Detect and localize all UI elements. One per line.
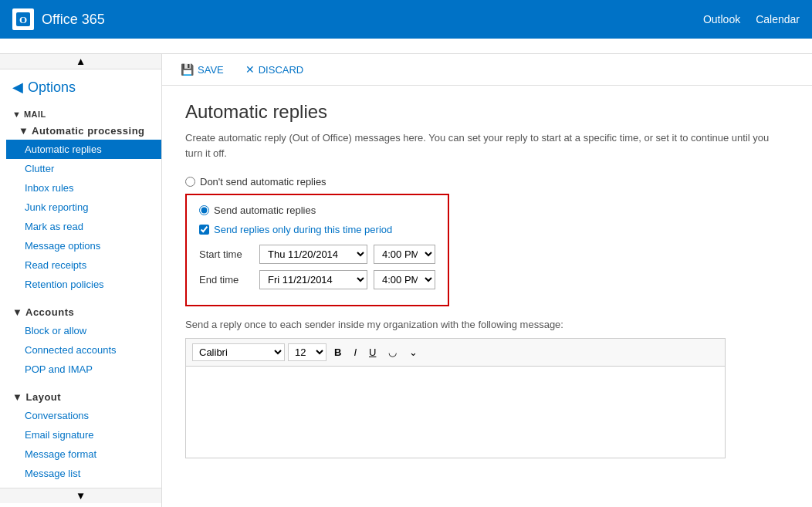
sidebar-item-message-format[interactable]: Message format bbox=[6, 444, 161, 464]
save-button[interactable]: 💾 SAVE bbox=[178, 62, 227, 77]
radio-no-reply-label: Don't send automatic replies bbox=[200, 176, 326, 188]
sidebar-mail-section: ▼ MAIL ▼ Automatic processing Automatic … bbox=[0, 102, 161, 299]
sidebar-item-conversations[interactable]: Conversations bbox=[6, 406, 161, 425]
topbar-nav: Outlook Calendar bbox=[703, 13, 800, 25]
sidebar-item-email-signature[interactable]: Email signature bbox=[6, 425, 161, 444]
checkbox-time-period-label: Send replies only during this time perio… bbox=[214, 224, 392, 235]
checkbox-time-period-input[interactable] bbox=[199, 225, 209, 235]
sidebar-accounts-group[interactable]: ▼ Accounts bbox=[0, 303, 161, 321]
table-button[interactable]: ◡ bbox=[384, 344, 401, 360]
sidebar-item-mark-as-read[interactable]: Mark as read bbox=[6, 217, 161, 236]
content-area: 💾 SAVE ✕ DISCARD Automatic replies Creat… bbox=[162, 54, 812, 507]
sidebar-item-message-list[interactable]: Message list bbox=[6, 464, 161, 483]
main-layout: ▲ ◀ Options ▼ MAIL ▼ Automatic processin… bbox=[0, 54, 812, 507]
italic-button[interactable]: I bbox=[349, 344, 361, 360]
page-content: Automatic replies Create automatic reply… bbox=[162, 86, 812, 474]
svg-text:O: O bbox=[19, 14, 27, 25]
font-size-select[interactable]: 12 bbox=[288, 343, 326, 361]
sidebar-item-junk-reporting[interactable]: Junk reporting bbox=[6, 198, 161, 217]
office-icon: O bbox=[12, 8, 34, 30]
start-time-select[interactable]: 4:00 PM bbox=[374, 245, 435, 264]
editor-toolbar: Calibri 12 B I U ◡ ⌄ bbox=[185, 338, 726, 366]
sidebar-layout-section: ▼ Layout Conversations Email signature M… bbox=[0, 384, 161, 488]
editor-container: Calibri 12 B I U ◡ ⌄ bbox=[185, 338, 726, 458]
sidebar-item-pop-and-imap[interactable]: POP and IMAP bbox=[6, 360, 161, 379]
sidebar-item-inbox-rules[interactable]: Inbox rules bbox=[6, 178, 161, 198]
start-time-row: Start time Thu 11/20/2014 4:00 PM bbox=[199, 245, 435, 264]
save-label: SAVE bbox=[198, 64, 224, 76]
start-time-label: Start time bbox=[199, 248, 253, 260]
discard-button[interactable]: ✕ DISCARD bbox=[242, 62, 307, 77]
app-title: Office 365 bbox=[42, 12, 105, 28]
toolbar: 💾 SAVE ✕ DISCARD bbox=[162, 54, 812, 86]
topbar-logo[interactable]: O Office 365 bbox=[12, 8, 105, 30]
nav-calendar-link[interactable]: Calendar bbox=[756, 13, 800, 25]
auto-reply-box: Send automatic replies Send replies only… bbox=[185, 194, 449, 306]
sidebar-layout-group[interactable]: ▼ Layout bbox=[0, 388, 161, 406]
nav-outlook-link[interactable]: Outlook bbox=[703, 13, 740, 25]
more-button[interactable]: ⌄ bbox=[404, 344, 422, 360]
checkbox-time-period-row[interactable]: Send replies only during this time perio… bbox=[199, 224, 435, 235]
sidebar: ▲ ◀ Options ▼ MAIL ▼ Automatic processin… bbox=[0, 54, 162, 507]
sidebar-item-block-or-allow[interactable]: Block or allow bbox=[6, 321, 161, 340]
sidebar-group-mail: ▼ MAIL bbox=[0, 106, 161, 122]
page-description: Create automatic reply (Out of Office) m… bbox=[185, 130, 789, 161]
end-time-label: End time bbox=[199, 274, 253, 286]
discard-label: DISCARD bbox=[259, 64, 304, 76]
end-time-row: End time Fri 11/21/2014 4:00 PM bbox=[199, 270, 435, 289]
save-icon: 💾 bbox=[181, 63, 194, 76]
sidebar-item-message-options[interactable]: Message options bbox=[6, 236, 161, 255]
radio-send-reply[interactable]: Send automatic replies bbox=[199, 204, 435, 216]
sidebar-layout-items: Conversations Email signature Message fo… bbox=[0, 406, 161, 483]
radio-no-reply-input[interactable] bbox=[185, 177, 195, 187]
underline-button[interactable]: U bbox=[364, 344, 381, 360]
radio-no-reply[interactable]: Don't send automatic replies bbox=[185, 176, 789, 188]
sidebar-scroll-up[interactable]: ▲ bbox=[0, 54, 161, 69]
start-date-select[interactable]: Thu 11/20/2014 bbox=[259, 245, 367, 264]
message-label: Send a reply once to each sender inside … bbox=[185, 319, 789, 330]
bold-button[interactable]: B bbox=[330, 344, 346, 360]
sidebar-item-connected-accounts[interactable]: Connected accounts bbox=[6, 340, 161, 360]
sidebar-mail-items: ▼ Automatic processing Automatic replies… bbox=[0, 122, 161, 294]
sidebar-accounts-section: ▼ Accounts Block or allow Connected acco… bbox=[0, 299, 161, 384]
page-title: Automatic replies bbox=[185, 101, 789, 123]
back-icon: ◀ bbox=[12, 79, 23, 96]
sidebar-back[interactable]: ◀ Options bbox=[0, 69, 161, 102]
sidebar-item-read-receipts[interactable]: Read receipts bbox=[6, 255, 161, 275]
sidebar-item-automatic-replies[interactable]: Automatic replies bbox=[6, 140, 161, 159]
message-editor[interactable] bbox=[185, 366, 726, 458]
end-time-select[interactable]: 4:00 PM bbox=[374, 270, 435, 289]
sidebar-item-clutter[interactable]: Clutter bbox=[6, 159, 161, 178]
topbar: O Office 365 Outlook Calendar bbox=[0, 0, 812, 39]
sidebar-item-retention-policies[interactable]: Retention policies bbox=[6, 275, 161, 294]
sidebar-accounts-items: Block or allow Connected accounts POP an… bbox=[0, 321, 161, 379]
sidebar-scroll-down[interactable]: ▼ bbox=[0, 488, 161, 503]
radio-send-reply-input[interactable] bbox=[199, 205, 209, 215]
radio-send-reply-label: Send automatic replies bbox=[214, 204, 316, 216]
discard-icon: ✕ bbox=[245, 63, 255, 76]
sub-topbar: ⌄ bbox=[0, 39, 812, 54]
font-family-select[interactable]: Calibri bbox=[192, 343, 285, 361]
end-date-select[interactable]: Fri 11/21/2014 bbox=[259, 270, 367, 289]
sidebar-options-label: Options bbox=[28, 79, 76, 96]
sidebar-auto-processing-group[interactable]: ▼ Automatic processing bbox=[6, 122, 161, 140]
